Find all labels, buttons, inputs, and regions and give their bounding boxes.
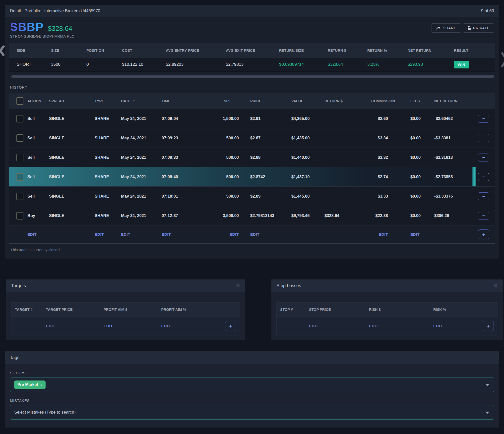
setup-tag-chip[interactable]: Pre-Marketx [14, 380, 46, 389]
gear-icon[interactable]: ⚙ [236, 283, 240, 289]
history-column-header[interactable]: DATE↑ [120, 99, 161, 104]
remove-execution-button[interactable]: − [478, 173, 489, 181]
private-button[interactable]: PRIVATE [463, 23, 494, 33]
history-column-header: RETURN $ [323, 99, 361, 103]
row-checkbox[interactable] [16, 115, 23, 122]
horizontal-scrollbar[interactable] [11, 75, 494, 78]
cell-net-return: -$2.60462 [425, 116, 472, 121]
row-checkbox[interactable] [16, 212, 23, 219]
edit-link[interactable]: EDIT [379, 232, 388, 236]
trade-status-note: This trade is currently closed. [10, 248, 499, 252]
cell-date: May 24, 2021 [120, 194, 161, 199]
next-trade-chevron-icon[interactable] [501, 51, 504, 68]
row-checkbox[interactable] [16, 173, 23, 181]
edit-link[interactable]: EDIT [95, 232, 104, 236]
edit-cell: EDIT [161, 232, 206, 237]
edit-link[interactable]: EDIT [230, 232, 239, 236]
cell-date: May 24, 2021 [120, 136, 161, 140]
table-row[interactable]: SellSINGLESHAREMay 24, 202107:10:01500.0… [9, 186, 495, 206]
cell-fees: $0.00 [392, 136, 425, 140]
history-table: ACTIONSPREADTYPEDATE↑TIMESIZEPRICEVALUER… [9, 93, 495, 244]
cell-value: $1,445.00 [290, 194, 323, 199]
cell-value: $1,440.00 [290, 155, 323, 160]
summary-header-row: SIDESIZEPOSITIONCOSTAVG ENTRY PRICEAVG E… [9, 43, 495, 58]
summary-value: 0 [86, 62, 122, 67]
previous-trade-chevron-icon[interactable] [0, 45, 5, 57]
stop-edit-cell: EDIT [369, 324, 433, 328]
table-row[interactable]: SellSINGLESHAREMay 24, 202107:09:40500.0… [9, 167, 495, 186]
cell-action: Sell [26, 116, 48, 121]
cell-type: SHARE [94, 116, 120, 121]
cell-net-return: -$2.73858 [425, 174, 472, 179]
share-button[interactable]: SHARE [432, 23, 461, 33]
stop-edit-cell: EDIT [433, 324, 473, 328]
chevron-down-icon[interactable] [485, 412, 489, 414]
cell-net-return: $306.26 [425, 213, 472, 218]
remove-tag-icon[interactable]: x [41, 383, 42, 387]
summary-value: 3.25% [367, 62, 408, 67]
cell-net-return: -$3.33376 [425, 194, 472, 199]
cell-commission: $2.60 [361, 116, 392, 121]
cell-time: 07:12:37 [161, 213, 206, 218]
edit-link[interactable]: EDIT [433, 324, 442, 328]
targets-title: Targets [11, 283, 26, 288]
summary-column-header: AVG ENTRY PRICE [166, 49, 226, 53]
history-column-header: PRICE [239, 99, 290, 103]
result-cell: WIN [454, 61, 495, 68]
edit-link[interactable]: EDIT [46, 324, 55, 328]
history-header-row: ACTIONSPREADTYPEDATE↑TIMESIZEPRICEVALUER… [9, 93, 495, 109]
cell-date: May 24, 2021 [120, 174, 161, 179]
edit-link[interactable]: EDIT [161, 324, 170, 328]
remove-execution-button[interactable]: − [478, 115, 489, 123]
table-row[interactable]: SellSINGLESHAREMay 24, 202107:09:041,500… [9, 109, 495, 128]
private-button-label: PRIVATE [473, 26, 490, 30]
row-check-cell [9, 212, 26, 219]
cell-price: $2.79813143 [239, 213, 290, 218]
select-all-checkbox[interactable] [16, 97, 23, 105]
row-actions-cell: − [472, 192, 495, 200]
chevron-down-icon[interactable] [485, 384, 489, 386]
title-row: SBBP $328.64 STRONGBRIDGE BIOPHARMA PLC … [5, 17, 499, 39]
edit-link[interactable]: EDIT [369, 324, 378, 328]
remove-execution-button[interactable]: − [478, 134, 489, 142]
remove-execution-button[interactable]: − [478, 212, 489, 220]
summary-column-header: RETURN % [367, 49, 408, 53]
company-name: STRONGBRIDGE BIOPHARMA PLC [10, 34, 74, 38]
mistakes-select[interactable]: Select Mistakes (Type to search) [10, 405, 494, 420]
edit-link[interactable]: EDIT [250, 232, 259, 236]
target-column-header: PROFIT AIM $ [104, 308, 161, 312]
cell-commission: $3.32 [361, 155, 392, 160]
remove-execution-button[interactable]: − [478, 192, 489, 200]
edit-link[interactable]: EDIT [162, 232, 171, 236]
summary-value: SHORT [17, 62, 51, 67]
table-row[interactable]: SellSINGLESHAREMay 24, 202107:09:23500.0… [9, 128, 495, 148]
row-check-cell [9, 154, 26, 161]
setups-select[interactable]: Pre-Marketx [10, 378, 494, 392]
edit-link[interactable]: EDIT [309, 324, 318, 328]
edit-link[interactable]: EDIT [104, 324, 113, 328]
remove-execution-button[interactable]: − [478, 154, 489, 162]
edit-link[interactable]: EDIT [27, 232, 37, 236]
target-actions-cell: + [214, 321, 237, 331]
row-checkbox[interactable] [16, 134, 23, 142]
table-row[interactable]: BuySINGLESHAREMay 24, 202107:12:373,500.… [9, 206, 495, 225]
row-checkbox[interactable] [16, 193, 23, 200]
cell-spread: SINGLE [48, 116, 94, 121]
summary-column-header: COST [122, 49, 166, 53]
edit-link[interactable]: EDIT [410, 232, 420, 236]
stop-column-header: STOP PRICE [309, 308, 369, 312]
header-label: DATE [121, 99, 130, 103]
cell-time: 07:09:40 [161, 174, 206, 179]
add-execution-button[interactable]: + [478, 229, 489, 239]
cell-type: SHARE [94, 213, 120, 218]
row-checkbox[interactable] [16, 154, 23, 161]
add-stop-button[interactable]: + [483, 321, 494, 331]
add-target-button[interactable]: + [225, 321, 236, 331]
summary-column-header: SIDE [17, 49, 51, 53]
cell-price: $2.89 [239, 194, 290, 199]
table-row[interactable]: SellSINGLESHAREMay 24, 202107:09:33500.0… [9, 148, 495, 167]
cell-action: Buy [26, 213, 48, 218]
edit-link[interactable]: EDIT [121, 232, 130, 236]
summary-value: $2.89203 [166, 62, 226, 67]
gear-icon[interactable]: ⚙ [493, 283, 498, 289]
